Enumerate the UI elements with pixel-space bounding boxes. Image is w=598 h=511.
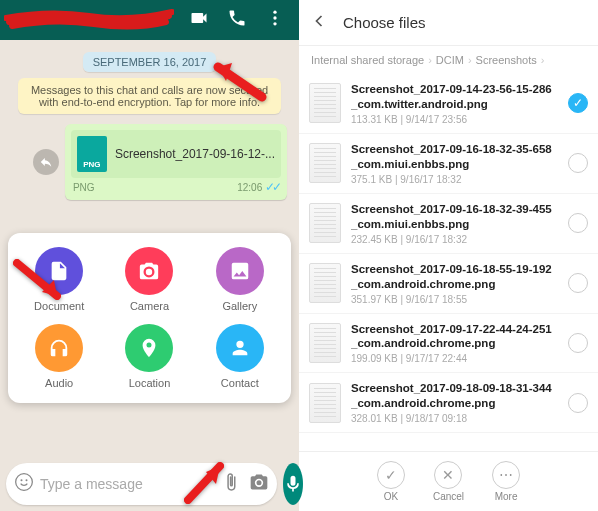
contact-icon	[216, 324, 264, 372]
message-input-bar	[0, 457, 299, 511]
svg-point-6	[26, 479, 28, 481]
breadcrumb[interactable]: Internal shared storage› DCIM› Screensho…	[299, 46, 598, 74]
file-name: Screenshot_2017-09-16-18-32-35-658_com.m…	[351, 142, 558, 172]
svg-point-2	[273, 22, 276, 25]
message-input[interactable]	[34, 476, 221, 492]
file-name: Screenshot_2017-09-17-22-44-24-251_com.a…	[351, 322, 558, 352]
attachment-panel: Document Camera Gallery Audio Location C…	[8, 233, 291, 403]
file-thumbnail	[309, 143, 341, 183]
attach-contact[interactable]: Contact	[197, 324, 283, 389]
file-meta: 328.01 KB | 9/18/17 09:18	[351, 413, 558, 424]
document-icon	[35, 247, 83, 295]
file-picker-pane: Choose files Internal shared storage› DC…	[299, 0, 598, 511]
encryption-notice[interactable]: Messages to this chat and calls are now …	[18, 78, 281, 114]
attach-label: Contact	[221, 377, 259, 389]
camera-input-icon[interactable]	[249, 472, 269, 496]
forward-icon[interactable]	[33, 149, 59, 175]
camera-icon	[125, 247, 173, 295]
file-picker-title: Choose files	[343, 14, 426, 31]
file-checkbox[interactable]	[568, 393, 588, 413]
file-meta: 375.1 KB | 9/16/17 18:32	[351, 174, 558, 185]
file-checkbox[interactable]	[568, 153, 588, 173]
back-icon[interactable]	[309, 11, 329, 35]
cancel-button[interactable]: ✕Cancel	[433, 461, 464, 502]
breadcrumb-item[interactable]: Screenshots	[476, 54, 537, 66]
file-name: Screenshot_2017-09-16-18-32-39-455_com.m…	[351, 202, 558, 232]
file-item[interactable]: Screenshot_2017-09-16-18-32-35-658_com.m…	[299, 134, 598, 194]
file-item[interactable]: Screenshot_2017-09-18-09-18-31-344_com.a…	[299, 373, 598, 433]
file-item[interactable]: Screenshot_2017-09-14-23-56-15-286_com.t…	[299, 74, 598, 134]
svg-point-5	[21, 479, 23, 481]
file-checkbox[interactable]	[568, 273, 588, 293]
video-call-icon[interactable]	[189, 8, 209, 32]
attach-label: Audio	[45, 377, 73, 389]
file-meta-label: PNG	[73, 182, 95, 193]
attach-gallery[interactable]: Gallery	[197, 247, 283, 312]
attach-icon[interactable]	[221, 472, 241, 496]
file-item[interactable]: Screenshot_2017-09-17-22-44-24-251_com.a…	[299, 314, 598, 374]
date-chip: SEPTEMBER 16, 2017	[8, 52, 291, 70]
file-list: Screenshot_2017-09-14-23-56-15-286_com.t…	[299, 74, 598, 451]
svg-point-0	[273, 11, 276, 14]
ok-button[interactable]: ✓OK	[377, 461, 405, 502]
whatsapp-header	[0, 0, 299, 40]
message-row: PNG Screenshot_2017-09-16-12-... PNG 12:…	[12, 124, 287, 200]
file-item[interactable]: Screenshot_2017-09-16-18-32-39-455_com.m…	[299, 194, 598, 254]
gallery-icon	[216, 247, 264, 295]
emoji-icon[interactable]	[14, 472, 34, 496]
message-time: 12:06	[237, 182, 262, 193]
file-name: Screenshot_2017-09-16-12-...	[115, 147, 275, 161]
file-meta: 199.09 KB | 9/17/17 22:44	[351, 353, 558, 364]
file-thumbnail	[309, 383, 341, 423]
read-ticks-icon: ✓✓	[265, 180, 279, 194]
attach-label: Location	[129, 377, 171, 389]
file-checkbox[interactable]	[568, 93, 588, 113]
file-item[interactable]: Screenshot_2017-09-16-18-55-19-192_com.a…	[299, 254, 598, 314]
file-checkbox[interactable]	[568, 333, 588, 353]
mic-button[interactable]	[283, 463, 303, 505]
breadcrumb-item[interactable]: DCIM	[436, 54, 464, 66]
chat-area: SEPTEMBER 16, 2017 Messages to this chat…	[0, 40, 299, 457]
whatsapp-pane: SEPTEMBER 16, 2017 Messages to this chat…	[0, 0, 299, 511]
file-thumbnail	[309, 203, 341, 243]
attach-audio[interactable]: Audio	[16, 324, 102, 389]
attach-document[interactable]: Document	[16, 247, 102, 312]
attach-camera[interactable]: Camera	[106, 247, 192, 312]
file-meta: 232.45 KB | 9/16/17 18:32	[351, 234, 558, 245]
file-picker-header: Choose files	[299, 0, 598, 46]
attach-location[interactable]: Location	[106, 324, 192, 389]
file-name: Screenshot_2017-09-18-09-18-31-344_com.a…	[351, 381, 558, 411]
svg-point-4	[16, 474, 33, 491]
audio-icon	[35, 324, 83, 372]
file-thumbnail	[309, 263, 341, 303]
svg-point-1	[273, 16, 276, 19]
file-name: Screenshot_2017-09-16-18-55-19-192_com.a…	[351, 262, 558, 292]
file-picker-actions: ✓OK ✕Cancel ⋯More	[299, 451, 598, 511]
attach-label: Document	[34, 300, 84, 312]
file-thumbnail	[309, 83, 341, 123]
voice-call-icon[interactable]	[227, 8, 247, 32]
file-meta: 351.97 KB | 9/16/17 18:55	[351, 294, 558, 305]
file-meta: 113.31 KB | 9/14/17 23:56	[351, 114, 558, 125]
attach-label: Gallery	[222, 300, 257, 312]
file-name: Screenshot_2017-09-14-23-56-15-286_com.t…	[351, 82, 558, 112]
breadcrumb-item[interactable]: Internal shared storage	[311, 54, 424, 66]
file-thumbnail	[309, 323, 341, 363]
message-bubble[interactable]: PNG Screenshot_2017-09-16-12-... PNG 12:…	[65, 124, 287, 200]
location-icon	[125, 324, 173, 372]
svg-point-7	[257, 480, 262, 485]
file-checkbox[interactable]	[568, 213, 588, 233]
svg-point-3	[146, 269, 152, 275]
file-type-icon: PNG	[77, 136, 107, 172]
attach-label: Camera	[130, 300, 169, 312]
contact-name-redacted	[4, 4, 174, 34]
more-button[interactable]: ⋯More	[492, 461, 520, 502]
more-icon[interactable]	[265, 8, 285, 32]
